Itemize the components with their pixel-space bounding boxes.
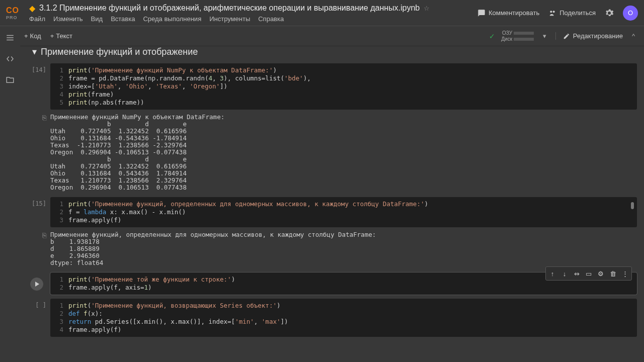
output-icon[interactable]: ⎘ xyxy=(42,114,46,122)
code-cell[interactable]: 1print('Применение функций, возвращающих… xyxy=(50,299,637,337)
move-down-icon[interactable]: ↓ xyxy=(559,268,570,279)
avatar[interactable]: O xyxy=(623,6,638,21)
gear-icon xyxy=(605,9,614,18)
pencil-icon xyxy=(563,33,570,40)
execution-count: [14] xyxy=(27,63,50,110)
code-cell[interactable]: 1print('Применение функций NumPy к объек… xyxy=(50,63,637,110)
resource-dropdown[interactable]: ▾ xyxy=(540,32,549,40)
menu-вставка[interactable]: Вставка xyxy=(111,15,135,23)
execution-count: [ ] xyxy=(27,299,50,337)
output-icon[interactable]: ⎘ xyxy=(42,231,46,239)
share-button[interactable]: Поделиться xyxy=(548,9,596,17)
settings-cell-icon[interactable]: ⚙ xyxy=(595,268,606,279)
cell-output: Применение функций NumPy к объектам Data… xyxy=(50,112,637,193)
comment-cell-icon[interactable]: ▭ xyxy=(583,268,594,279)
collapse-arrow-icon[interactable]: ▾ xyxy=(32,46,37,57)
comment-button[interactable]: Комментировать xyxy=(477,9,539,17)
resource-meter[interactable]: ОЗУ Диск xyxy=(501,30,534,42)
delete-cell-icon[interactable]: 🗑 xyxy=(607,268,618,279)
section-heading[interactable]: ▾ Применение функций и отображение xyxy=(32,46,637,57)
toc-icon[interactable] xyxy=(6,33,15,42)
menu-вид[interactable]: Вид xyxy=(91,15,103,23)
cell-output: Применение функций, определенных для одн… xyxy=(50,229,637,268)
menu-файл[interactable]: Файл xyxy=(29,15,45,23)
notebook-title[interactable]: 3.1.2 Применение функций и отображений, … xyxy=(39,4,420,13)
star-icon[interactable]: ☆ xyxy=(424,5,430,12)
run-cell-button[interactable] xyxy=(30,278,43,291)
colab-logo: CO PRO xyxy=(6,6,24,20)
menu-справка[interactable]: Справка xyxy=(258,15,284,23)
notebook-icon: ◆ xyxy=(29,4,35,13)
svg-point-1 xyxy=(553,11,555,13)
add-code-button[interactable]: +Код xyxy=(24,32,41,40)
add-text-button[interactable]: +Текст xyxy=(50,32,72,40)
share-icon xyxy=(548,9,556,17)
code-cell[interactable]: 1print('Применение функций, определенных… xyxy=(50,197,637,227)
status-check-icon: ✓ xyxy=(489,32,495,40)
move-up-icon[interactable]: ↑ xyxy=(547,268,558,279)
files-icon[interactable] xyxy=(6,75,15,84)
execution-count: [15] xyxy=(27,197,50,227)
menu-инструменты[interactable]: Инструменты xyxy=(209,15,250,23)
svg-point-0 xyxy=(550,11,552,13)
link-icon[interactable]: ⇔ xyxy=(571,268,582,279)
collapse-toggle[interactable]: ^ xyxy=(629,32,638,40)
more-icon[interactable]: ⋮ xyxy=(619,268,630,279)
menu-среда выполнения[interactable]: Среда выполнения xyxy=(143,15,201,23)
editing-mode-button[interactable]: Редактирование xyxy=(555,32,623,40)
menu-изменить[interactable]: Изменить xyxy=(53,15,83,23)
settings-button[interactable] xyxy=(605,9,614,18)
comment-icon xyxy=(477,9,486,17)
snippets-icon[interactable] xyxy=(6,54,15,63)
scrollbar-thumb[interactable] xyxy=(631,202,634,209)
